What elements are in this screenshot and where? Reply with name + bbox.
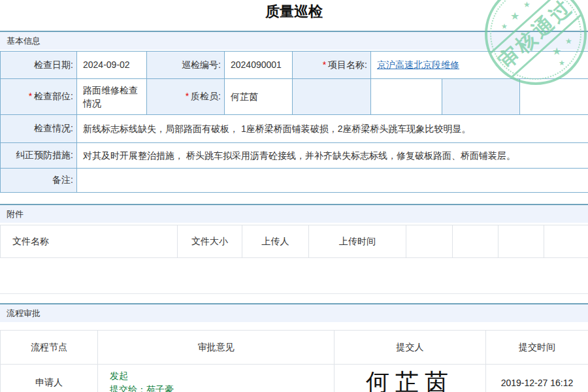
project-name-label-text: 项目名称: xyxy=(328,59,367,70)
quality-inspection-page: 质量巡检 审核通过 ★ ★ ★ ★ ★ ★ 基本信息 检查日期: 2024-09… xyxy=(0,0,588,392)
project-name-cell: 京沪高速北京段维修 xyxy=(371,52,588,79)
inspect-date-label: 检查日期: xyxy=(1,52,77,79)
table-row: 检查日期: 2024-09-02 巡检编号: 2024090001 *项目名称:… xyxy=(1,52,588,79)
empty-label-cell xyxy=(293,79,371,115)
project-link[interactable]: 京沪高速北京段维修 xyxy=(377,59,459,70)
col-header-uploader: 上传人 xyxy=(242,225,309,258)
submitter-cell: 何芷茵 xyxy=(335,365,486,392)
project-name-label: *项目名称: xyxy=(293,52,371,79)
section-header-approval-flow: 流程审批 xyxy=(0,303,588,322)
inspect-part-label-text: 检查部位: xyxy=(34,91,73,101)
opinion-initiate-text: 发起 xyxy=(110,369,334,383)
inspector-value: 何芷茵 xyxy=(225,79,293,115)
inspector-label: *质检员: xyxy=(147,79,225,115)
col-header-submitter: 提交人 xyxy=(335,331,486,365)
attachments-table: 文件名称 文件大小 上传人 上传时间 xyxy=(0,225,588,258)
patrol-no-label: 巡检编号: xyxy=(147,52,225,79)
section-header-attachments: 附件 xyxy=(0,204,588,223)
remark-label: 备注: xyxy=(1,169,77,193)
col-header-approval-opinion: 审批意见 xyxy=(98,331,335,365)
col-header-flow-node: 流程节点 xyxy=(1,331,98,365)
empty-header-cell xyxy=(498,225,544,258)
star-icon: ★ xyxy=(501,23,508,30)
table-row: *检查部位: 路面维修检查情况 *质检员: 何芷茵 xyxy=(1,79,588,115)
inspect-part-value: 路面维修检查情况 xyxy=(77,79,147,115)
submit-time-cell: 2019-12-27 16:12 xyxy=(486,365,588,392)
approval-header-row: 流程节点 审批意见 提交人 提交时间 xyxy=(1,331,588,365)
empty-header-cell xyxy=(406,225,453,258)
col-header-submit-time: 提交时间 xyxy=(486,331,588,365)
inspect-date-value: 2024-09-02 xyxy=(77,52,147,79)
table-row: 备注: xyxy=(1,169,588,193)
attachments-header-row: 文件名称 文件大小 上传人 上传时间 xyxy=(1,225,588,258)
attachments-empty-area xyxy=(0,258,588,294)
remark-value xyxy=(77,169,588,193)
empty-value-cell xyxy=(371,79,442,115)
submit-time-value: 2019-12-27 16:12 xyxy=(501,378,574,388)
empty-header-cell xyxy=(544,225,588,258)
patrol-no-value: 2024090001 xyxy=(225,52,293,79)
situation-label: 检查情况: xyxy=(1,115,77,143)
col-header-upload-time: 上传时间 xyxy=(309,225,406,258)
flow-node-value: 申请人 xyxy=(1,365,98,392)
inspect-part-label: *检查部位: xyxy=(1,79,77,115)
measures-value: 对其及时开展整治措施， 桥头跳车拟采用沥青砼接线，并补齐缺失标志标线，修复破板路… xyxy=(77,143,588,169)
empty-header-cell xyxy=(453,225,498,258)
approval-opinion-cell: 发起 提交给：苑子豪 xyxy=(98,365,335,392)
section-header-basic-info: 基本信息 xyxy=(0,31,588,50)
basic-info-table: 检查日期: 2024-09-02 巡检编号: 2024090001 *项目名称:… xyxy=(0,51,588,193)
table-row: 纠正预防措施: 对其及时开展整治措施， 桥头跳车拟采用沥青砼接线，并补齐缺失标志… xyxy=(1,143,588,169)
empty-label-cell xyxy=(442,79,520,115)
empty-value-cell xyxy=(520,79,588,115)
situation-value: 新线标志标线缺失，局部路面有破板， 1座桥梁桥面铺装破损，2座桥梁桥头跳车现象比… xyxy=(77,115,588,143)
measures-label: 纠正预防措施: xyxy=(1,143,77,169)
required-asterisk: * xyxy=(323,59,326,70)
approval-table: 流程节点 审批意见 提交人 提交时间 申请人 发起 提交给：苑子豪 何芷茵 20… xyxy=(0,330,588,392)
required-asterisk: * xyxy=(29,91,32,101)
submitter-signature: 何芷茵 xyxy=(366,368,454,392)
inspector-label-text: 质检员: xyxy=(191,91,221,101)
opinion-submit-to-text: 提交给：苑子豪 xyxy=(110,383,334,392)
table-row: 检查情况: 新线标志标线缺失，局部路面有破板， 1座桥梁桥面铺装破损，2座桥梁桥… xyxy=(1,115,588,143)
col-header-file-size: 文件大小 xyxy=(178,225,242,258)
page-title: 质量巡检 xyxy=(0,2,588,22)
required-asterisk: * xyxy=(186,91,189,101)
col-header-file-name: 文件名称 xyxy=(1,225,178,258)
approval-row-applicant: 申请人 发起 提交给：苑子豪 何芷茵 2019-12-27 16:12 xyxy=(1,365,588,392)
